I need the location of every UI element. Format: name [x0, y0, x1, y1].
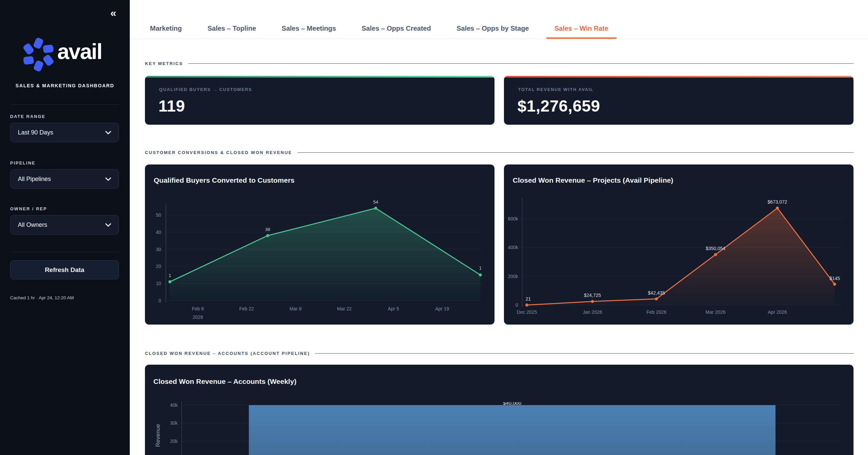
- svg-text:Mar 8: Mar 8: [290, 306, 302, 311]
- svg-text:10: 10: [156, 281, 161, 286]
- pipeline-select[interactable]: All Pipelines: [10, 169, 119, 189]
- tab-sales-meetings[interactable]: Sales – Meetings: [274, 0, 344, 39]
- svg-text:$350,054: $350,054: [706, 246, 725, 251]
- metric-value: 119: [158, 97, 185, 115]
- svg-text:200k: 200k: [508, 274, 518, 279]
- svg-text:Mar 2026: Mar 2026: [706, 309, 725, 315]
- metric-accent-bar: [504, 76, 854, 78]
- avail-pinwheel-icon: [21, 37, 56, 72]
- svg-text:Mar 22: Mar 22: [337, 306, 352, 311]
- svg-text:30k: 30k: [170, 420, 178, 426]
- svg-text:20: 20: [156, 264, 161, 269]
- svg-text:Revenue: Revenue: [155, 424, 161, 447]
- svg-text:38: 38: [265, 227, 270, 232]
- tab-sales-topline[interactable]: Sales – Topline: [199, 0, 264, 39]
- metric-card-total-revenue: TOTAL REVENUE WITH AVAIL $1,276,659: [504, 76, 854, 125]
- svg-text:2026: 2026: [192, 314, 203, 320]
- line-chart-projects-revenue: 0200k400k600k21$24,725$42,435$350,054$67…: [504, 164, 854, 325]
- chart-card-projects-revenue: Closed Won Revenue – Projects (Avail Pip…: [504, 164, 854, 325]
- svg-text:400k: 400k: [508, 245, 518, 250]
- chart-card-conversions: Qualified Buyers Converted to Customers …: [145, 164, 495, 325]
- owner-rep-select[interactable]: All Owners: [10, 215, 119, 235]
- section-title: KEY METRICS: [145, 61, 183, 66]
- svg-text:$40,000: $40,000: [503, 400, 521, 406]
- svg-text:0: 0: [158, 298, 161, 303]
- svg-text:Apr 5: Apr 5: [388, 306, 399, 311]
- svg-text:1: 1: [169, 273, 171, 278]
- section-rule: [315, 353, 854, 354]
- sidebar-subtitle: SALES & MARKETING DASHBOARD: [0, 83, 130, 88]
- svg-text:$145: $145: [830, 276, 840, 281]
- svg-text:40: 40: [156, 230, 161, 235]
- sidebar-divider: [10, 252, 119, 252]
- svg-text:54: 54: [373, 200, 379, 205]
- svg-text:21: 21: [526, 296, 531, 302]
- svg-text:$673,072: $673,072: [768, 199, 787, 205]
- metric-value: $1,276,659: [517, 97, 600, 115]
- section-title: CLOSED WON REVENUE – ACCOUNTS (ACCOUNT P…: [145, 351, 310, 356]
- svg-text:Feb 8: Feb 8: [192, 306, 204, 311]
- bar-chart-accounts: 40k30k20kRevenue$40,000: [145, 365, 854, 455]
- owner-rep-value: All Owners: [18, 221, 47, 229]
- svg-text:Apr 2026: Apr 2026: [768, 309, 787, 315]
- chevron-down-icon: [105, 177, 111, 181]
- svg-text:20k: 20k: [170, 438, 178, 444]
- section-title: CUSTOMER CONVERSIONS & CLOSED WON REVENU…: [145, 150, 292, 155]
- pipeline-value: All Pipelines: [18, 176, 51, 183]
- metric-card-qualified-buyers: QUALIFIED BUYERS → CUSTOMERS 119: [145, 76, 495, 125]
- svg-text:Dec 2025: Dec 2025: [517, 309, 537, 315]
- brand-name: avail: [57, 39, 102, 64]
- svg-text:$42,435: $42,435: [648, 290, 665, 296]
- chart-card-accounts: Closed Won Revenue – Accounts (Weekly) 4…: [145, 365, 854, 455]
- dashboard-page: « avail SALES & MARKETING DASHBOARD DATE…: [0, 0, 868, 455]
- refresh-data-button[interactable]: Refresh Data: [10, 260, 119, 279]
- svg-text:Apr 19: Apr 19: [435, 306, 449, 311]
- metric-label: QUALIFIED BUYERS → CUSTOMERS: [159, 87, 252, 92]
- section-rule: [188, 63, 854, 64]
- section-rule: [298, 152, 854, 153]
- svg-text:50: 50: [156, 212, 161, 218]
- chevron-down-icon: [105, 131, 111, 134]
- svg-text:Jan 2026: Jan 2026: [583, 309, 602, 315]
- date-range-select[interactable]: Last 90 Days: [10, 123, 119, 142]
- pipeline-label: PIPELINE: [10, 160, 35, 165]
- sidebar-divider: [10, 104, 119, 105]
- svg-text:30: 30: [156, 247, 161, 252]
- svg-text:Feb 22: Feb 22: [239, 306, 254, 311]
- tab-marketing[interactable]: Marketing: [142, 0, 190, 39]
- svg-text:600k: 600k: [508, 216, 518, 221]
- metric-label: TOTAL REVENUE WITH AVAIL: [518, 87, 594, 92]
- svg-text:$24,725: $24,725: [584, 293, 601, 298]
- chevron-down-icon: [105, 223, 111, 227]
- tab-sales-win-rate[interactable]: Sales – Win Rate: [546, 0, 617, 39]
- date-range-value: Last 90 Days: [18, 129, 53, 136]
- cache-timestamp: Cached 1 hr · Apr 24, 12:20 AM: [10, 295, 74, 300]
- tab-sales-opps-by-stage[interactable]: Sales – Opps by Stage: [448, 0, 537, 39]
- svg-text:Feb 2026: Feb 2026: [647, 309, 666, 315]
- section-key-metrics: KEY METRICS: [145, 61, 854, 66]
- svg-text:40k: 40k: [170, 402, 178, 408]
- sidebar: « avail SALES & MARKETING DASHBOARD DATE…: [0, 0, 130, 455]
- svg-text:1: 1: [479, 266, 482, 271]
- brand-logo: avail: [0, 36, 130, 73]
- tab-sales-opps-created[interactable]: Sales – Opps Created: [354, 0, 439, 39]
- line-chart-conversions: 01020304050138541Feb 82026Feb 22Mar 8Mar…: [145, 164, 495, 325]
- metric-accent-bar: [145, 76, 495, 78]
- owner-rep-label: OWNER / REP: [10, 206, 47, 211]
- tab-bar: Marketing Sales – Topline Sales – Meetin…: [130, 0, 868, 39]
- main-content: Marketing Sales – Topline Sales – Meetin…: [130, 0, 868, 455]
- date-range-label: DATE RANGE: [10, 114, 46, 119]
- section-conversions: CUSTOMER CONVERSIONS & CLOSED WON REVENU…: [145, 150, 854, 155]
- svg-text:0: 0: [515, 302, 518, 308]
- sidebar-collapse-icon[interactable]: «: [110, 7, 116, 18]
- section-accounts: CLOSED WON REVENUE – ACCOUNTS (ACCOUNT P…: [145, 351, 854, 356]
